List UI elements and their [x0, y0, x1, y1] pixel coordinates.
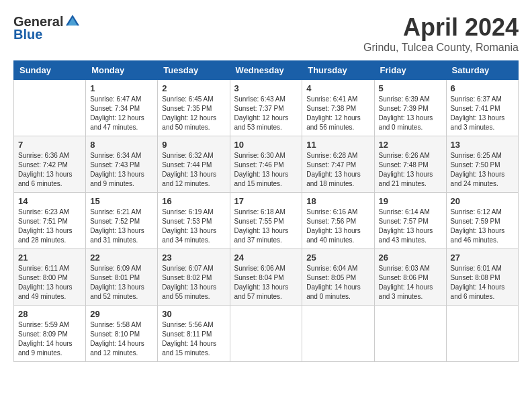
day-number: 18 [306, 196, 369, 206]
day-info: Sunrise: 6:09 AM Sunset: 8:01 PM Dayligh… [90, 264, 153, 302]
calendar-cell: 22Sunrise: 6:09 AM Sunset: 8:01 PM Dayli… [86, 249, 158, 306]
logo-icon [64, 13, 81, 30]
day-number: 13 [451, 140, 514, 150]
day-info: Sunrise: 6:34 AM Sunset: 7:43 PM Dayligh… [90, 151, 153, 189]
day-info: Sunrise: 6:25 AM Sunset: 7:50 PM Dayligh… [451, 151, 514, 189]
day-info: Sunrise: 6:14 AM Sunset: 7:57 PM Dayligh… [379, 208, 442, 245]
month-title: April 2024 [363, 13, 519, 42]
calendar-cell: 26Sunrise: 6:03 AM Sunset: 8:06 PM Dayli… [374, 249, 446, 306]
day-number: 29 [90, 309, 153, 319]
day-info: Sunrise: 6:37 AM Sunset: 7:41 PM Dayligh… [451, 95, 514, 132]
day-number: 5 [379, 83, 442, 93]
calendar-cell [302, 306, 374, 362]
location: Grindu, Tulcea County, Romania [363, 42, 519, 54]
calendar-cell: 6Sunrise: 6:37 AM Sunset: 7:41 PM Daylig… [446, 80, 518, 136]
day-number: 8 [90, 140, 153, 150]
calendar-week-5: 28Sunrise: 5:59 AM Sunset: 8:09 PM Dayli… [14, 306, 519, 362]
day-number: 3 [234, 83, 298, 93]
day-info: Sunrise: 6:19 AM Sunset: 7:53 PM Dayligh… [162, 208, 225, 245]
day-number: 21 [18, 253, 81, 263]
day-number: 1 [90, 83, 153, 93]
day-number: 7 [18, 140, 81, 150]
calendar-week-3: 14Sunrise: 6:23 AM Sunset: 7:51 PM Dayli… [14, 193, 519, 249]
day-number: 10 [234, 140, 298, 150]
calendar-cell [14, 80, 86, 136]
calendar-cell [230, 306, 302, 362]
calendar-cell: 27Sunrise: 6:01 AM Sunset: 8:08 PM Dayli… [446, 249, 518, 306]
day-number: 14 [18, 196, 81, 206]
calendar-cell: 5Sunrise: 6:39 AM Sunset: 7:39 PM Daylig… [374, 80, 446, 136]
day-info: Sunrise: 6:18 AM Sunset: 7:55 PM Dayligh… [234, 208, 298, 245]
day-info: Sunrise: 6:12 AM Sunset: 7:59 PM Dayligh… [451, 208, 514, 245]
day-info: Sunrise: 6:06 AM Sunset: 8:04 PM Dayligh… [234, 264, 298, 302]
day-info: Sunrise: 6:16 AM Sunset: 7:56 PM Dayligh… [306, 208, 369, 245]
day-info: Sunrise: 6:36 AM Sunset: 7:42 PM Dayligh… [18, 151, 81, 189]
calendar-cell: 18Sunrise: 6:16 AM Sunset: 7:56 PM Dayli… [302, 193, 374, 249]
day-number: 2 [162, 83, 225, 93]
calendar-cell: 11Sunrise: 6:28 AM Sunset: 7:47 PM Dayli… [302, 136, 374, 193]
day-number: 15 [90, 196, 153, 206]
calendar-cell: 17Sunrise: 6:18 AM Sunset: 7:55 PM Dayli… [230, 193, 302, 249]
day-number: 4 [306, 83, 369, 93]
calendar-cell [374, 306, 446, 362]
day-info: Sunrise: 6:21 AM Sunset: 7:52 PM Dayligh… [90, 208, 153, 245]
calendar-cell: 10Sunrise: 6:30 AM Sunset: 7:46 PM Dayli… [230, 136, 302, 193]
day-info: Sunrise: 5:56 AM Sunset: 8:11 PM Dayligh… [162, 320, 225, 358]
day-info: Sunrise: 6:03 AM Sunset: 8:06 PM Dayligh… [379, 264, 442, 302]
day-info: Sunrise: 6:23 AM Sunset: 7:51 PM Dayligh… [18, 208, 81, 245]
column-header-saturday: Saturday [446, 61, 518, 80]
day-number: 9 [162, 140, 225, 150]
day-number: 22 [90, 253, 153, 263]
calendar-cell: 25Sunrise: 6:04 AM Sunset: 8:05 PM Dayli… [302, 249, 374, 306]
day-info: Sunrise: 6:28 AM Sunset: 7:47 PM Dayligh… [306, 151, 369, 189]
calendar-cell: 1Sunrise: 6:47 AM Sunset: 7:34 PM Daylig… [86, 80, 158, 136]
column-header-tuesday: Tuesday [158, 61, 230, 80]
column-header-monday: Monday [86, 61, 158, 80]
day-number: 20 [451, 196, 514, 206]
calendar-cell: 23Sunrise: 6:07 AM Sunset: 8:02 PM Dayli… [158, 249, 230, 306]
calendar-cell: 29Sunrise: 5:58 AM Sunset: 8:10 PM Dayli… [86, 306, 158, 362]
calendar-week-1: 1Sunrise: 6:47 AM Sunset: 7:34 PM Daylig… [14, 80, 519, 136]
day-number: 16 [162, 196, 225, 206]
calendar-cell: 19Sunrise: 6:14 AM Sunset: 7:57 PM Dayli… [374, 193, 446, 249]
calendar-cell: 12Sunrise: 6:26 AM Sunset: 7:48 PM Dayli… [374, 136, 446, 193]
calendar-cell: 9Sunrise: 6:32 AM Sunset: 7:44 PM Daylig… [158, 136, 230, 193]
day-info: Sunrise: 6:07 AM Sunset: 8:02 PM Dayligh… [162, 264, 225, 302]
day-number: 30 [162, 309, 225, 319]
calendar-cell: 20Sunrise: 6:12 AM Sunset: 7:59 PM Dayli… [446, 193, 518, 249]
day-info: Sunrise: 6:01 AM Sunset: 8:08 PM Dayligh… [451, 264, 514, 302]
logo-blue-text: Blue [13, 27, 42, 42]
day-info: Sunrise: 6:26 AM Sunset: 7:48 PM Dayligh… [379, 151, 442, 189]
column-header-friday: Friday [374, 61, 446, 80]
calendar-cell: 3Sunrise: 6:43 AM Sunset: 7:37 PM Daylig… [230, 80, 302, 136]
day-info: Sunrise: 5:59 AM Sunset: 8:09 PM Dayligh… [18, 320, 81, 358]
day-number: 19 [379, 196, 442, 206]
day-number: 25 [306, 253, 369, 263]
day-info: Sunrise: 6:11 AM Sunset: 8:00 PM Dayligh… [18, 264, 81, 302]
day-info: Sunrise: 5:58 AM Sunset: 8:10 PM Dayligh… [90, 320, 153, 358]
day-info: Sunrise: 6:45 AM Sunset: 7:35 PM Dayligh… [162, 95, 225, 132]
calendar-cell [446, 306, 518, 362]
calendar-cell: 28Sunrise: 5:59 AM Sunset: 8:09 PM Dayli… [14, 306, 86, 362]
logo: General Blue [13, 13, 81, 42]
day-number: 28 [18, 309, 81, 319]
calendar-cell: 16Sunrise: 6:19 AM Sunset: 7:53 PM Dayli… [158, 193, 230, 249]
calendar-cell: 15Sunrise: 6:21 AM Sunset: 7:52 PM Dayli… [86, 193, 158, 249]
calendar-cell: 8Sunrise: 6:34 AM Sunset: 7:43 PM Daylig… [86, 136, 158, 193]
calendar-table: SundayMondayTuesdayWednesdayThursdayFrid… [13, 60, 519, 362]
day-number: 23 [162, 253, 225, 263]
day-number: 6 [451, 83, 514, 93]
calendar-cell: 13Sunrise: 6:25 AM Sunset: 7:50 PM Dayli… [446, 136, 518, 193]
day-number: 12 [379, 140, 442, 150]
column-header-thursday: Thursday [302, 61, 374, 80]
calendar-cell: 24Sunrise: 6:06 AM Sunset: 8:04 PM Dayli… [230, 249, 302, 306]
day-number: 17 [234, 196, 298, 206]
calendar-week-4: 21Sunrise: 6:11 AM Sunset: 8:00 PM Dayli… [14, 249, 519, 306]
column-header-sunday: Sunday [14, 61, 86, 80]
day-info: Sunrise: 6:41 AM Sunset: 7:38 PM Dayligh… [306, 95, 369, 132]
calendar-cell: 2Sunrise: 6:45 AM Sunset: 7:35 PM Daylig… [158, 80, 230, 136]
day-info: Sunrise: 6:43 AM Sunset: 7:37 PM Dayligh… [234, 95, 298, 132]
day-info: Sunrise: 6:47 AM Sunset: 7:34 PM Dayligh… [90, 95, 153, 132]
column-header-wednesday: Wednesday [230, 61, 302, 80]
calendar-cell: 7Sunrise: 6:36 AM Sunset: 7:42 PM Daylig… [14, 136, 86, 193]
